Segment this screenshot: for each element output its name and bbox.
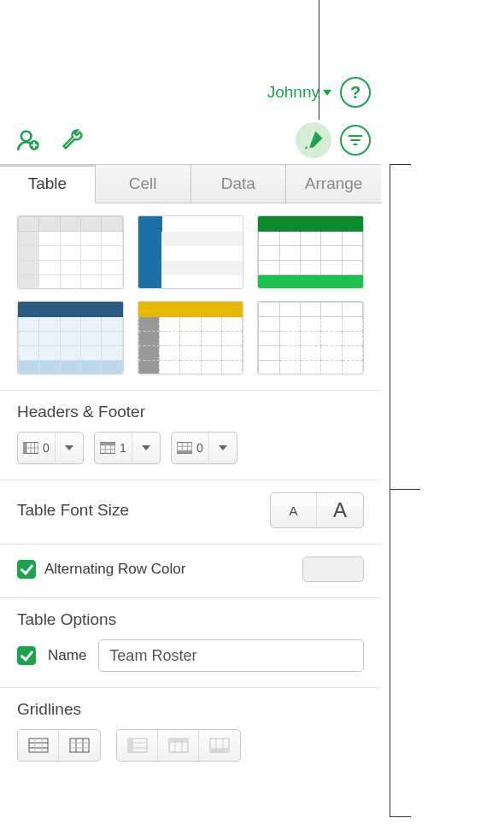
header-rows-icon [100, 442, 115, 454]
font-size-increase-button[interactable]: A [317, 493, 363, 527]
gridlines-horiz-button[interactable] [18, 730, 59, 761]
tab-table[interactable]: Table [0, 165, 96, 203]
table-name-checkbox[interactable] [17, 646, 36, 665]
paintbrush-icon [302, 128, 325, 152]
font-size-section: Table Font Size A A [17, 480, 364, 544]
font-size-segmented: A A [270, 492, 364, 528]
header-rows-value: 1 [120, 441, 126, 455]
header-cols-icon [23, 442, 38, 454]
alt-row-section: Alternating Row Color [17, 544, 364, 597]
tab-arrange[interactable]: Arrange [286, 165, 381, 203]
gridlines-header-row-button[interactable] [158, 730, 199, 761]
svg-rect-17 [29, 739, 48, 752]
small-a-label: A [289, 503, 297, 518]
chevron-down-icon [142, 445, 150, 450]
chevron-down-icon [323, 90, 331, 96]
font-size-title: Table Font Size [17, 501, 129, 520]
inspector-toolbar [0, 116, 381, 164]
tab-data[interactable]: Data [191, 165, 287, 203]
inspector-body: Headers & Footer 0 1 [0, 203, 381, 768]
help-button[interactable]: ? [340, 77, 371, 108]
tab-label: Arrange [305, 174, 363, 193]
gridlines-vert-button[interactable] [59, 730, 100, 761]
alt-row-label: Alternating Row Color [44, 561, 185, 578]
person-add-icon [16, 128, 40, 152]
svg-rect-13 [177, 450, 192, 454]
table-style-grey[interactable] [17, 215, 124, 289]
table-style-gold[interactable] [138, 301, 244, 374]
gridlines-footer-button[interactable] [199, 730, 240, 761]
header-columns-stepper[interactable]: 0 [17, 432, 84, 464]
svg-rect-22 [70, 739, 89, 752]
alt-row-checkbox[interactable] [17, 560, 36, 579]
callout-tick [390, 816, 411, 817]
footer-rows-stepper[interactable]: 0 [171, 432, 237, 464]
grid-hcol-icon [127, 738, 148, 753]
user-name-label: Johnny [267, 83, 319, 102]
headers-footer-section: Headers & Footer 0 1 [17, 391, 364, 480]
tools-button[interactable] [55, 122, 91, 158]
gridlines-header-segmented [116, 729, 241, 762]
callout-tick [390, 164, 411, 165]
table-style-plain[interactable] [257, 301, 364, 374]
table-style-green[interactable] [257, 215, 364, 289]
question-icon: ? [350, 83, 360, 103]
svg-point-0 [21, 132, 32, 142]
table-style-grid [17, 215, 364, 374]
grid-hrow-icon [168, 738, 189, 753]
headers-footer-title: Headers & Footer [17, 403, 364, 421]
window-toolbar: Johnny ? [0, 68, 381, 116]
organize-button[interactable] [340, 125, 371, 156]
grid-horiz-icon [28, 738, 49, 753]
grid-footer-icon [209, 738, 230, 753]
table-name-input[interactable] [98, 639, 364, 672]
svg-rect-32 [169, 739, 188, 743]
table-style-navy[interactable] [17, 301, 124, 374]
callout-line-right [390, 164, 390, 816]
gridlines-section: Gridlines [17, 688, 364, 768]
callout-tick [390, 489, 420, 490]
tab-label: Cell [129, 174, 157, 193]
header-rows-stepper[interactable]: 1 [94, 432, 161, 464]
tab-label: Table [28, 174, 67, 193]
callout-line-vertical [319, 0, 319, 120]
svg-rect-36 [210, 748, 229, 752]
user-menu[interactable]: Johnny [267, 83, 331, 102]
gridlines-header-col-button[interactable] [117, 730, 158, 761]
table-style-blue[interactable] [138, 215, 244, 289]
chevron-down-icon [219, 445, 227, 450]
font-size-decrease-button[interactable]: A [271, 493, 317, 527]
gridlines-body-segmented [17, 729, 101, 762]
inspector-tabs: Table Cell Data Arrange [0, 164, 381, 203]
footer-rows-icon [177, 442, 192, 454]
footer-rows-value: 0 [196, 441, 203, 455]
svg-rect-28 [128, 739, 133, 752]
header-cols-value: 0 [43, 441, 50, 455]
filter-icon [347, 132, 364, 149]
format-panel: Johnny ? Table Cell Data [0, 68, 381, 768]
collaborate-button[interactable] [10, 122, 46, 158]
big-a-label: A [333, 498, 347, 521]
tab-label: Data [221, 174, 255, 193]
grid-vert-icon [69, 738, 90, 753]
svg-rect-8 [100, 443, 115, 446]
alt-row-color-well[interactable] [302, 556, 364, 582]
format-button[interactable] [296, 122, 331, 158]
table-name-label: Name [48, 647, 86, 664]
table-options-title: Table Options [17, 610, 364, 629]
chevron-down-icon [65, 445, 73, 450]
tab-cell[interactable]: Cell [96, 165, 191, 203]
wrench-icon [61, 128, 85, 152]
gridlines-title: Gridlines [17, 700, 364, 719]
table-options-section: Table Options Name [17, 598, 364, 687]
